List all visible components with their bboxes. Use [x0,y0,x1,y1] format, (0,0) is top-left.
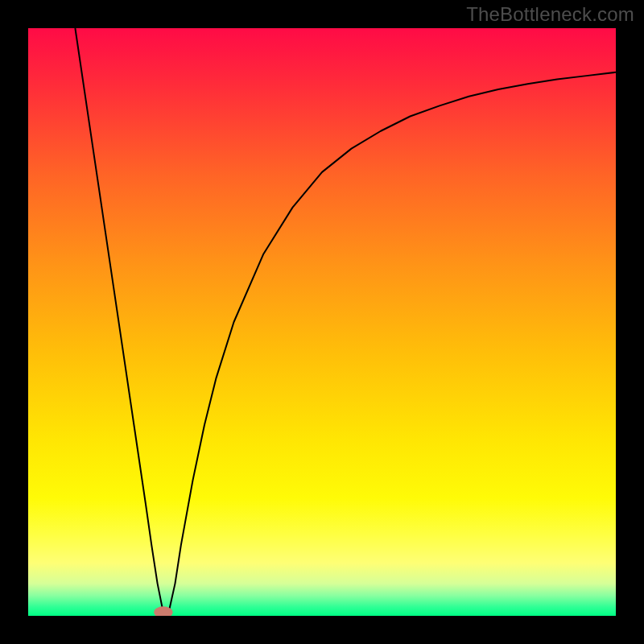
watermark-text: TheBottleneck.com [466,3,634,26]
curve-layer [28,28,616,616]
plot-area [28,28,616,616]
chart-frame: TheBottleneck.com [0,0,644,644]
bottleneck-curve [75,28,616,613]
